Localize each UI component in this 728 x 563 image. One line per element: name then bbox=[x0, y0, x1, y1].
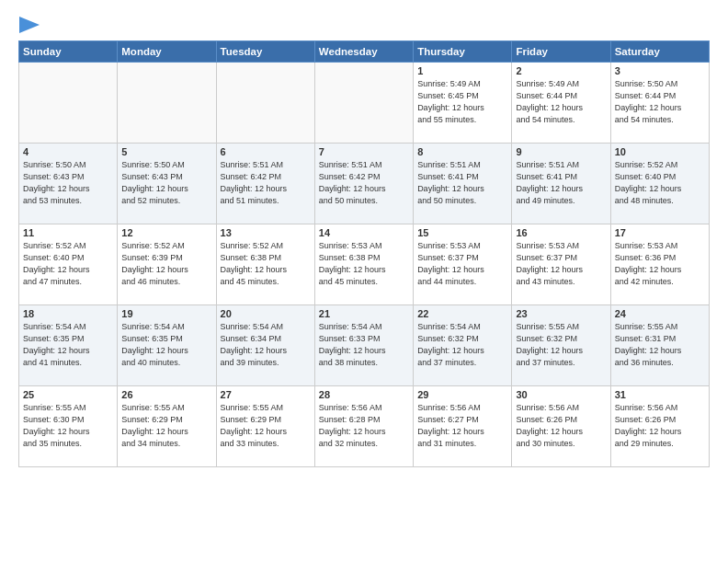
day-info: Sunrise: 5:54 AMSunset: 6:33 PMDaylight:… bbox=[319, 321, 409, 369]
day-number: 31 bbox=[615, 389, 705, 400]
day-number: 25 bbox=[23, 389, 113, 400]
calendar-cell: 22Sunrise: 5:54 AMSunset: 6:32 PMDayligh… bbox=[414, 305, 512, 386]
day-number: 2 bbox=[516, 65, 606, 76]
day-number: 27 bbox=[221, 389, 311, 400]
calendar-cell: 23Sunrise: 5:55 AMSunset: 6:32 PMDayligh… bbox=[512, 305, 610, 386]
logo-arrow-icon bbox=[19, 17, 40, 33]
day-number: 14 bbox=[319, 227, 409, 238]
day-info: Sunrise: 5:50 AMSunset: 6:43 PMDaylight:… bbox=[23, 159, 113, 207]
calendar-week-3: 11Sunrise: 5:52 AMSunset: 6:40 PMDayligh… bbox=[19, 224, 710, 305]
day-number: 9 bbox=[516, 146, 606, 157]
calendar-cell: 13Sunrise: 5:52 AMSunset: 6:38 PMDayligh… bbox=[216, 224, 314, 305]
calendar-cell: 10Sunrise: 5:52 AMSunset: 6:40 PMDayligh… bbox=[610, 144, 709, 224]
calendar-cell: 29Sunrise: 5:56 AMSunset: 6:27 PMDayligh… bbox=[414, 386, 512, 467]
day-number: 3 bbox=[615, 65, 705, 76]
day-number: 26 bbox=[121, 389, 211, 400]
calendar-cell: 26Sunrise: 5:55 AMSunset: 6:29 PMDayligh… bbox=[118, 386, 216, 467]
day-number: 16 bbox=[516, 227, 606, 238]
calendar-header-sunday: Sunday bbox=[19, 41, 118, 63]
header bbox=[18, 15, 710, 33]
day-info: Sunrise: 5:56 AMSunset: 6:27 PMDaylight:… bbox=[417, 402, 507, 450]
day-number: 1 bbox=[417, 65, 507, 76]
day-number: 22 bbox=[417, 308, 507, 319]
calendar-cell: 21Sunrise: 5:54 AMSunset: 6:33 PMDayligh… bbox=[314, 305, 413, 386]
day-info: Sunrise: 5:52 AMSunset: 6:40 PMDaylight:… bbox=[615, 159, 705, 207]
calendar-cell: 15Sunrise: 5:53 AMSunset: 6:37 PMDayligh… bbox=[414, 224, 512, 305]
calendar-week-4: 18Sunrise: 5:54 AMSunset: 6:35 PMDayligh… bbox=[19, 305, 710, 386]
day-number: 11 bbox=[23, 227, 113, 238]
calendar-cell: 12Sunrise: 5:52 AMSunset: 6:39 PMDayligh… bbox=[118, 224, 216, 305]
calendar-header-wednesday: Wednesday bbox=[314, 41, 413, 63]
day-number: 24 bbox=[615, 308, 705, 319]
day-number: 21 bbox=[319, 308, 409, 319]
day-number: 18 bbox=[23, 308, 113, 319]
day-number: 13 bbox=[221, 227, 311, 238]
day-number: 20 bbox=[221, 308, 311, 319]
calendar-week-1: 1Sunrise: 5:49 AMSunset: 6:45 PMDaylight… bbox=[19, 63, 710, 144]
calendar-cell: 4Sunrise: 5:50 AMSunset: 6:43 PMDaylight… bbox=[19, 144, 118, 224]
calendar-cell: 6Sunrise: 5:51 AMSunset: 6:42 PMDaylight… bbox=[216, 144, 314, 224]
day-info: Sunrise: 5:56 AMSunset: 6:26 PMDaylight:… bbox=[516, 402, 606, 450]
day-info: Sunrise: 5:51 AMSunset: 6:41 PMDaylight:… bbox=[417, 159, 507, 207]
day-number: 8 bbox=[417, 146, 507, 157]
day-info: Sunrise: 5:55 AMSunset: 6:30 PMDaylight:… bbox=[23, 402, 113, 450]
calendar-cell: 1Sunrise: 5:49 AMSunset: 6:45 PMDaylight… bbox=[414, 63, 512, 144]
day-number: 19 bbox=[121, 308, 211, 319]
calendar-header-monday: Monday bbox=[118, 41, 216, 63]
calendar-cell bbox=[216, 63, 314, 144]
day-info: Sunrise: 5:51 AMSunset: 6:41 PMDaylight:… bbox=[516, 159, 606, 207]
day-info: Sunrise: 5:56 AMSunset: 6:28 PMDaylight:… bbox=[319, 402, 409, 450]
calendar-cell: 18Sunrise: 5:54 AMSunset: 6:35 PMDayligh… bbox=[19, 305, 118, 386]
day-number: 7 bbox=[319, 146, 409, 157]
day-info: Sunrise: 5:53 AMSunset: 6:37 PMDaylight:… bbox=[417, 240, 507, 288]
calendar-cell: 3Sunrise: 5:50 AMSunset: 6:44 PMDaylight… bbox=[610, 63, 709, 144]
calendar-cell: 11Sunrise: 5:52 AMSunset: 6:40 PMDayligh… bbox=[19, 224, 118, 305]
calendar-cell: 20Sunrise: 5:54 AMSunset: 6:34 PMDayligh… bbox=[216, 305, 314, 386]
calendar-cell: 5Sunrise: 5:50 AMSunset: 6:43 PMDaylight… bbox=[118, 144, 216, 224]
calendar-week-2: 4Sunrise: 5:50 AMSunset: 6:43 PMDaylight… bbox=[19, 144, 710, 224]
day-info: Sunrise: 5:52 AMSunset: 6:39 PMDaylight:… bbox=[121, 240, 211, 288]
calendar-cell bbox=[314, 63, 413, 144]
day-number: 12 bbox=[121, 227, 211, 238]
day-info: Sunrise: 5:51 AMSunset: 6:42 PMDaylight:… bbox=[221, 159, 311, 207]
day-info: Sunrise: 5:53 AMSunset: 6:37 PMDaylight:… bbox=[516, 240, 606, 288]
day-info: Sunrise: 5:55 AMSunset: 6:29 PMDaylight:… bbox=[221, 402, 311, 450]
day-info: Sunrise: 5:50 AMSunset: 6:44 PMDaylight:… bbox=[615, 78, 705, 126]
day-info: Sunrise: 5:54 AMSunset: 6:35 PMDaylight:… bbox=[121, 321, 211, 369]
day-number: 4 bbox=[23, 146, 113, 157]
calendar-cell: 19Sunrise: 5:54 AMSunset: 6:35 PMDayligh… bbox=[118, 305, 216, 386]
calendar-cell bbox=[118, 63, 216, 144]
day-info: Sunrise: 5:53 AMSunset: 6:36 PMDaylight:… bbox=[615, 240, 705, 288]
day-info: Sunrise: 5:53 AMSunset: 6:38 PMDaylight:… bbox=[319, 240, 409, 288]
calendar-cell: 27Sunrise: 5:55 AMSunset: 6:29 PMDayligh… bbox=[216, 386, 314, 467]
calendar-header-row: SundayMondayTuesdayWednesdayThursdayFrid… bbox=[19, 41, 710, 63]
page: SundayMondayTuesdayWednesdayThursdayFrid… bbox=[0, 0, 728, 563]
day-info: Sunrise: 5:51 AMSunset: 6:42 PMDaylight:… bbox=[319, 159, 409, 207]
calendar-cell: 25Sunrise: 5:55 AMSunset: 6:30 PMDayligh… bbox=[19, 386, 118, 467]
day-number: 15 bbox=[417, 227, 507, 238]
logo bbox=[18, 18, 40, 33]
day-info: Sunrise: 5:55 AMSunset: 6:32 PMDaylight:… bbox=[516, 321, 606, 369]
day-info: Sunrise: 5:55 AMSunset: 6:31 PMDaylight:… bbox=[615, 321, 705, 369]
calendar-header-saturday: Saturday bbox=[610, 41, 709, 63]
day-info: Sunrise: 5:55 AMSunset: 6:29 PMDaylight:… bbox=[121, 402, 211, 450]
calendar-cell: 9Sunrise: 5:51 AMSunset: 6:41 PMDaylight… bbox=[512, 144, 610, 224]
day-info: Sunrise: 5:49 AMSunset: 6:44 PMDaylight:… bbox=[516, 78, 606, 126]
calendar-cell: 30Sunrise: 5:56 AMSunset: 6:26 PMDayligh… bbox=[512, 386, 610, 467]
calendar-cell: 14Sunrise: 5:53 AMSunset: 6:38 PMDayligh… bbox=[314, 224, 413, 305]
day-number: 17 bbox=[615, 227, 705, 238]
day-info: Sunrise: 5:54 AMSunset: 6:32 PMDaylight:… bbox=[417, 321, 507, 369]
calendar-cell: 2Sunrise: 5:49 AMSunset: 6:44 PMDaylight… bbox=[512, 63, 610, 144]
svg-marker-0 bbox=[19, 17, 40, 33]
day-number: 5 bbox=[121, 146, 211, 157]
day-number: 29 bbox=[417, 389, 507, 400]
calendar-header-thursday: Thursday bbox=[414, 41, 512, 63]
day-info: Sunrise: 5:49 AMSunset: 6:45 PMDaylight:… bbox=[417, 78, 507, 126]
calendar-header-friday: Friday bbox=[512, 41, 610, 63]
day-number: 10 bbox=[615, 146, 705, 157]
day-info: Sunrise: 5:50 AMSunset: 6:43 PMDaylight:… bbox=[121, 159, 211, 207]
calendar-table: SundayMondayTuesdayWednesdayThursdayFrid… bbox=[18, 40, 710, 467]
day-info: Sunrise: 5:56 AMSunset: 6:26 PMDaylight:… bbox=[615, 402, 705, 450]
calendar-week-5: 25Sunrise: 5:55 AMSunset: 6:30 PMDayligh… bbox=[19, 386, 710, 467]
day-number: 28 bbox=[319, 389, 409, 400]
